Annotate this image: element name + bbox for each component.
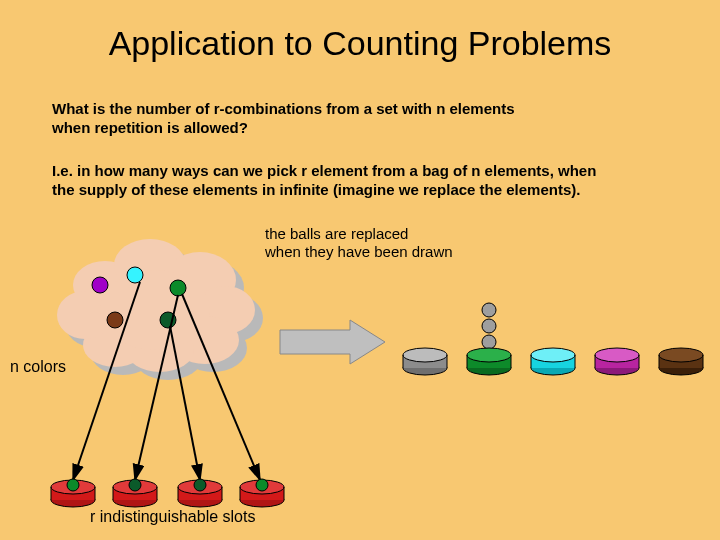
cyl-magenta [595, 348, 639, 375]
svg-point-44 [403, 348, 447, 362]
ball-green [170, 280, 186, 296]
cyl-cyan [531, 348, 575, 375]
svg-point-41 [256, 479, 268, 491]
svg-point-64 [659, 348, 703, 362]
slot-2 [113, 479, 157, 507]
slot-1 [51, 479, 95, 507]
stacked-ball-bottom [482, 335, 496, 349]
svg-point-29 [129, 479, 141, 491]
svg-point-59 [595, 348, 639, 362]
svg-point-49 [467, 348, 511, 362]
slot-4 [240, 479, 284, 507]
big-arrow-right [280, 320, 385, 364]
ball-purple [92, 277, 108, 293]
svg-point-23 [67, 479, 79, 491]
stacked-ball-mid [482, 319, 496, 333]
cyl-green [467, 348, 511, 375]
cyl-gray [403, 348, 447, 375]
slot-3 [178, 479, 222, 507]
cloud [57, 239, 255, 372]
cyl-brown [659, 348, 703, 375]
diagram-scene [0, 0, 720, 540]
ball-brown [107, 312, 123, 328]
svg-point-17 [100, 270, 210, 350]
svg-point-54 [531, 348, 575, 362]
svg-point-35 [194, 479, 206, 491]
stacked-ball-top [482, 303, 496, 317]
ball-cyan [127, 267, 143, 283]
